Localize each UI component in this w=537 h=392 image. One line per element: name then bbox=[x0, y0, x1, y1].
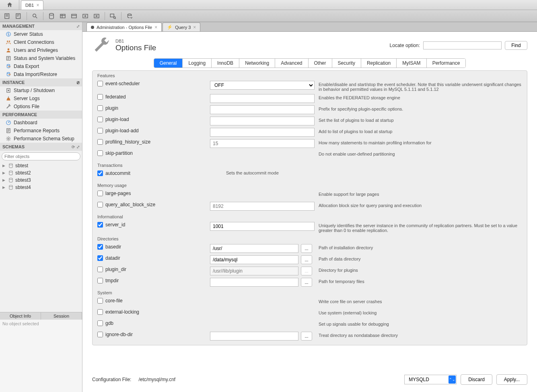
option-input-plugin-load[interactable] bbox=[210, 117, 315, 125]
search-table-button[interactable] bbox=[108, 11, 118, 21]
sidebar-item-data-export[interactable]: Data Export bbox=[0, 62, 82, 70]
schema-item-sbtest[interactable]: ▶sbtest bbox=[0, 162, 82, 169]
option-input-server-id[interactable] bbox=[210, 222, 315, 231]
option-tab-replication[interactable]: Replication bbox=[361, 59, 397, 68]
reconnect-button[interactable] bbox=[125, 11, 134, 21]
sidebar-item-status-and-system-variables[interactable]: Status and System Variables bbox=[0, 54, 82, 62]
option-checkbox-plugin-load[interactable] bbox=[97, 117, 103, 122]
sidebar-item-startup-shutdown[interactable]: Startup / Shutdown bbox=[0, 86, 82, 94]
browse-button[interactable]: ... bbox=[301, 332, 312, 341]
option-checkbox-federated[interactable] bbox=[97, 94, 103, 100]
option-checkbox-datadir[interactable] bbox=[97, 255, 103, 261]
sidebar-item-dashboard[interactable]: Dashboard bbox=[0, 119, 82, 127]
option-tab-general[interactable]: General bbox=[154, 59, 183, 68]
option-checkbox-query-alloc-block-size[interactable] bbox=[97, 202, 103, 207]
session-tab[interactable]: Session bbox=[41, 312, 82, 320]
option-checkbox-profiling-history-size[interactable] bbox=[97, 139, 103, 145]
option-input-datadir[interactable] bbox=[210, 255, 298, 264]
option-tab-networking[interactable]: Networking bbox=[239, 59, 275, 68]
option-tab-advanced[interactable]: Advanced bbox=[275, 59, 308, 68]
section-select[interactable]: MYSQLD bbox=[404, 375, 457, 384]
option-input-profiling-history-size[interactable] bbox=[210, 139, 315, 148]
option-tab-myisam[interactable]: MyISAM bbox=[397, 59, 426, 68]
option-input-federated[interactable] bbox=[210, 94, 315, 103]
sidebar-item-client-connections[interactable]: Client Connections bbox=[0, 38, 82, 46]
option-checkbox-ignore-db-dir[interactable] bbox=[97, 332, 103, 337]
option-tab-other[interactable]: Other bbox=[309, 59, 332, 68]
schema-item-sbtest4[interactable]: ▶sbtest4 bbox=[0, 184, 82, 191]
new-sql-tab-button[interactable] bbox=[2, 11, 12, 21]
create-procedure-button[interactable] bbox=[80, 11, 90, 21]
option-tab-performance[interactable]: Performance bbox=[427, 59, 466, 68]
option-checkbox-tmpdir[interactable] bbox=[97, 278, 103, 283]
expand-icon[interactable]: ⤢ bbox=[76, 24, 80, 29]
option-tab-security[interactable]: Security bbox=[332, 59, 361, 68]
sidebar-item-server-status[interactable]: Server Status bbox=[0, 30, 82, 38]
browse-button[interactable]: ... bbox=[301, 278, 312, 287]
refresh-icon[interactable]: ⟳ bbox=[72, 145, 75, 149]
option-select-event-scheduler[interactable]: OFF bbox=[210, 81, 315, 90]
option-checkbox-plugin-dir[interactable] bbox=[97, 267, 103, 272]
option-label: plugin-load bbox=[105, 117, 129, 122]
option-checkbox-basedir[interactable] bbox=[97, 244, 103, 250]
create-table-button[interactable] bbox=[58, 11, 68, 21]
option-checkbox-event-scheduler[interactable] bbox=[97, 81, 103, 86]
option-checkbox-plugin-load-add[interactable] bbox=[97, 128, 103, 133]
option-input-tmpdir[interactable] bbox=[210, 278, 298, 287]
close-icon[interactable]: × bbox=[36, 2, 39, 8]
open-sql-button[interactable] bbox=[14, 11, 23, 21]
option-input-plugin-load-add[interactable] bbox=[210, 128, 315, 137]
sidebar-item-server-logs[interactable]: Server Logs bbox=[0, 94, 82, 103]
option-input-basedir[interactable] bbox=[210, 244, 298, 253]
sidebar-item-performance-schema-setup[interactable]: Performance Schema Setup bbox=[0, 135, 82, 143]
schema-filter-input[interactable] bbox=[2, 152, 80, 160]
expand-icon[interactable]: ⤢ bbox=[76, 145, 80, 149]
schema-item-sbtest3[interactable]: ▶sbtest3 bbox=[0, 177, 82, 184]
apply-button[interactable]: Apply... bbox=[496, 374, 527, 385]
option-description: Use system (external) locking bbox=[319, 309, 522, 315]
option-input-query-alloc-block-size[interactable] bbox=[210, 202, 315, 211]
sidebar-item-users-and-privileges[interactable]: Users and Privileges bbox=[0, 46, 82, 54]
close-icon[interactable]: × bbox=[154, 25, 157, 30]
schema-item-sbtest2[interactable]: ▶sbtest2 bbox=[0, 169, 82, 177]
export-icon bbox=[6, 64, 11, 69]
home-tab[interactable] bbox=[0, 0, 19, 10]
option-tab-logging[interactable]: Logging bbox=[183, 59, 212, 68]
option-checkbox-skip-partition[interactable] bbox=[97, 150, 103, 156]
object-info-tab[interactable]: Object Info bbox=[0, 312, 41, 320]
option-checkbox-large-pages[interactable] bbox=[97, 191, 103, 196]
inspector-button[interactable] bbox=[30, 11, 40, 21]
option-checkbox-external-locking[interactable] bbox=[97, 309, 103, 315]
option-checkbox-gdb[interactable] bbox=[97, 320, 103, 326]
option-tab-innodb[interactable]: InnoDB bbox=[212, 59, 239, 68]
option-row-datadir: datadir...Path of data directory bbox=[93, 254, 527, 265]
option-checkbox-server-id[interactable] bbox=[97, 222, 103, 228]
browse-button[interactable]: ... bbox=[301, 267, 312, 275]
option-row-tmpdir: tmpdir...Path for temporary files bbox=[93, 277, 527, 288]
editor-tab-query[interactable]: ⚡ Query 3 × bbox=[163, 23, 200, 31]
option-input-plugin[interactable] bbox=[210, 105, 315, 114]
editor-tab-label: Administration - Options File bbox=[97, 25, 152, 30]
logs-icon bbox=[6, 96, 11, 101]
locate-option-input[interactable] bbox=[423, 41, 502, 49]
connection-tab[interactable]: DB1 × bbox=[21, 0, 43, 10]
create-schema-button[interactable] bbox=[47, 11, 56, 21]
close-icon[interactable]: × bbox=[193, 25, 196, 30]
svg-point-26 bbox=[9, 178, 12, 180]
option-checkbox-plugin[interactable] bbox=[97, 105, 103, 111]
option-input-plugin-dir[interactable] bbox=[210, 267, 298, 275]
create-function-button[interactable] bbox=[92, 11, 101, 21]
find-button[interactable]: Find bbox=[505, 41, 527, 50]
option-input-ignore-db-dir[interactable] bbox=[210, 332, 298, 341]
create-view-button[interactable] bbox=[69, 11, 79, 21]
sidebar-item-data-import-restore[interactable]: Data Import/Restore bbox=[0, 70, 82, 78]
option-checkbox-autocommit[interactable] bbox=[97, 170, 103, 176]
discard-button[interactable]: Discard bbox=[461, 374, 492, 385]
chevron-right-icon: ▶ bbox=[2, 171, 6, 175]
option-checkbox-core-file[interactable] bbox=[97, 298, 103, 304]
sidebar-item-options-file[interactable]: Options File bbox=[0, 103, 82, 111]
browse-button[interactable]: ... bbox=[301, 244, 312, 253]
sidebar-item-performance-reports[interactable]: Performance Reports bbox=[0, 127, 82, 135]
browse-button[interactable]: ... bbox=[301, 255, 312, 264]
editor-tab-options-file[interactable]: Administration - Options File × bbox=[86, 23, 162, 31]
